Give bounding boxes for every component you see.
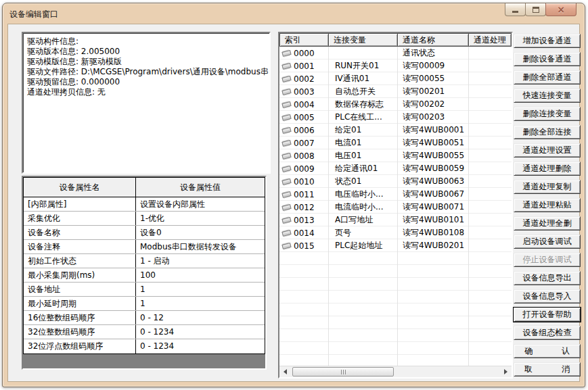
property-row[interactable]: 16位整数组码顺序 0 - 12	[24, 311, 265, 325]
property-row[interactable]: [内部属性] 设置设备内部属性	[24, 197, 265, 212]
channel-row[interactable]: 0006 给定01 读写4WUB0001	[279, 124, 512, 137]
property-value-cell[interactable]: 设置设备内部属性	[136, 197, 265, 211]
channel-name: 读写4WUB0071	[397, 201, 468, 213]
channel-row[interactable]: 0008 电压01 读写4WUB0055	[279, 149, 512, 162]
channel-row[interactable]: 0011 电压临时小... 读写4WUB0067	[279, 188, 512, 201]
channel-row[interactable]: 0000 通讯状态	[279, 47, 512, 59]
scrollbar-thumb[interactable]	[292, 367, 394, 376]
action-button[interactable]: 停止设备调试	[514, 253, 581, 267]
action-button[interactable]: 打开设备帮助	[514, 308, 581, 322]
action-button-column: 增加设备通道删除设备通道删除全部通道快速连接变量删除连接变量删除全部连接通道处理…	[514, 34, 581, 381]
channel-variable: 状态01	[328, 176, 397, 187]
action-button[interactable]: 设备信息导入	[514, 289, 581, 303]
action-button[interactable]: 启动设备调试	[514, 235, 581, 249]
close-button[interactable]: ×	[545, 3, 576, 16]
minimize-button[interactable]	[505, 3, 526, 16]
channel-index: 0007	[294, 139, 328, 148]
channel-row[interactable]: 0004 数据保存标志 读写00202	[279, 98, 512, 111]
channel-variable: IV通讯01	[328, 73, 397, 84]
action-button[interactable]: 删除全部连接	[514, 125, 581, 139]
channel-name: 读写4WUB0055	[397, 150, 468, 162]
property-value-cell[interactable]: 0 - 12	[136, 311, 265, 324]
property-row[interactable]: 32位浮点数组码顺序 0 - 1234	[24, 339, 265, 354]
channel-row[interactable]: 0002 IV通讯01 读写00055	[279, 72, 512, 85]
channel-name: 读写4WUB0063	[397, 176, 468, 187]
property-value-cell[interactable]: 1 - 启动	[136, 254, 265, 268]
action-button[interactable]: 删除设备通道	[514, 52, 581, 66]
variable-column-header[interactable]: 连接变量	[329, 34, 398, 46]
action-button[interactable]: 通道处理设置	[514, 143, 581, 157]
action-button[interactable]: 增加设备通道	[514, 34, 581, 48]
action-button[interactable]: 删除连接变量	[514, 107, 581, 121]
channel-row[interactable]: 0003 自动总开关 读写00201	[279, 85, 512, 98]
property-value-cell[interactable]: 0 - 1234	[136, 325, 265, 339]
chip-icon	[279, 62, 294, 70]
property-row[interactable]: 设备地址 1	[24, 283, 265, 297]
index-column-header[interactable]: 索引	[280, 34, 329, 46]
property-value-cell[interactable]: 设备0	[136, 226, 265, 239]
channel-name: 读写00201	[397, 86, 468, 97]
driver-info-line: 驱动预留信息: 0.000000	[27, 77, 268, 87]
channel-row[interactable]: 0012 电流临时小... 读写4WUB0071	[279, 201, 512, 214]
channel-index: 0003	[294, 87, 328, 97]
channel-row[interactable]: 0010 状态01 读写4WUB0063	[279, 175, 512, 188]
channel-variable: 电压临时小...	[328, 189, 397, 200]
property-row[interactable]: 32位整数组码顺序 0 - 1234	[24, 325, 265, 339]
channel-index: 0012	[294, 203, 328, 212]
channel-variable: 电压01	[328, 150, 397, 162]
property-value-cell[interactable]: Modbus串口数据转发设备	[136, 240, 265, 253]
property-row[interactable]: 采集优化 1-优化	[24, 212, 265, 226]
channel-variable: 给定01	[328, 124, 397, 136]
action-button[interactable]: 通道处理删除	[514, 162, 581, 176]
property-row[interactable]: 设备注释 Modbus串口数据转发设备	[24, 240, 265, 254]
caption-buttons: ×	[505, 3, 576, 16]
channel-variable: PLC起始地址	[328, 240, 397, 251]
titlebar[interactable]: 设备编辑窗口 ×	[3, 3, 585, 24]
action-button[interactable]: 设备组态检查	[514, 326, 581, 340]
channel-row[interactable]: 0009 给定通讯01 读写4WUB0059	[279, 162, 512, 175]
channel-name: 读写00055	[397, 73, 468, 84]
ok-button[interactable]: 确 认	[514, 344, 581, 358]
channel-row[interactable]: 0001 RUN开关01 读写00009	[279, 59, 512, 72]
processing-column-header[interactable]: 通道处理	[469, 34, 511, 46]
channel-row[interactable]: 0014 页号 读写4WUB0108	[279, 226, 512, 239]
action-button[interactable]: 设备信息导出	[514, 271, 581, 285]
channel-row[interactable]: 0015 PLC起始地址 读写4WUB0201	[279, 239, 512, 252]
property-value-cell[interactable]: 100	[136, 268, 265, 282]
channel-name-column-header[interactable]: 通道名称	[398, 34, 469, 46]
property-row[interactable]: 初始工作状态 1 - 启动	[24, 254, 265, 268]
channel-row[interactable]: 0007 电流01 读写4WUB0051	[279, 137, 512, 149]
ok-label-right: 认	[562, 345, 570, 357]
action-button[interactable]: 通道处理粘贴	[514, 198, 581, 212]
maximize-button[interactable]	[525, 3, 546, 16]
action-button[interactable]: 通道处理全删	[514, 216, 581, 230]
property-name-header: 设备属性名	[24, 178, 136, 197]
property-value-cell[interactable]: 1	[136, 283, 265, 296]
property-value-cell[interactable]: 1	[136, 297, 265, 310]
chip-icon	[279, 75, 294, 83]
client-area: 驱动构件信息:驱动版本信息: 2.005000驱动模版信息: 新驱动模版驱动文件…	[7, 24, 580, 382]
horizontal-scrollbar[interactable]	[279, 366, 512, 377]
scroll-left-button[interactable]	[279, 366, 291, 377]
channel-row[interactable]: 0013 A口写地址 读写4WUB0101	[279, 214, 512, 226]
channel-row[interactable]: 0005 PLC在线工... 读写00203	[279, 111, 512, 124]
action-button[interactable]: 通道处理复制	[514, 180, 581, 194]
channel-index: 0015	[294, 241, 328, 251]
property-row[interactable]: 最小延时周期 1	[24, 297, 265, 311]
channel-index: 0009	[294, 164, 328, 174]
property-value-cell[interactable]: 0 - 1234	[136, 339, 265, 354]
cancel-button[interactable]: 取 消	[514, 362, 581, 376]
property-row[interactable]: 最小采集周期(ms) 100	[24, 268, 265, 283]
property-name-cell: 设备注释	[24, 240, 136, 253]
action-button[interactable]: 删除全部通道	[514, 70, 581, 84]
property-row[interactable]: 设备名称 设备0	[24, 226, 265, 240]
channel-index: 0002	[294, 74, 328, 84]
property-name-cell: [内部属性]	[24, 197, 136, 211]
chip-icon	[279, 242, 294, 250]
chip-icon	[279, 229, 294, 237]
channel-name: 读写4WUB0051	[397, 137, 468, 149]
property-table-header: 设备属性名 设备属性值	[24, 178, 265, 197]
property-value-cell[interactable]: 1-优化	[136, 212, 265, 225]
action-button[interactable]: 快速连接变量	[514, 89, 581, 103]
scroll-right-button[interactable]	[500, 366, 512, 377]
